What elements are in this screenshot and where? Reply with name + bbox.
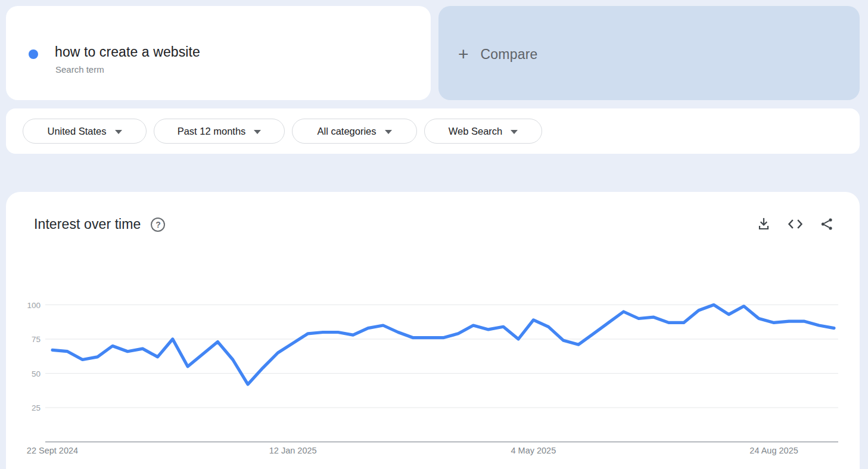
trend-line [52, 305, 834, 384]
filter-bar: United States Past 12 months All categor… [6, 108, 860, 154]
interest-over-time-chart: 25507510022 Sept 202412 Jan 20254 May 20… [6, 192, 860, 469]
chevron-down-icon [115, 130, 122, 134]
chevron-down-icon [511, 130, 518, 134]
time-range-filter-label: Past 12 months [178, 126, 246, 137]
region-filter-label: United States [47, 126, 106, 137]
term-type-label: Search term [55, 64, 104, 74]
y-axis-tick-label: 100 [27, 301, 41, 310]
time-range-filter-dropdown[interactable]: Past 12 months [154, 119, 285, 144]
y-axis-tick-label: 50 [32, 369, 41, 378]
compare-label: Compare [481, 46, 538, 63]
top-row: how to create a website Search term + Co… [6, 6, 860, 100]
y-axis-tick-label: 75 [32, 335, 41, 344]
y-axis-tick-label: 25 [32, 403, 41, 412]
term-title: how to create a website [55, 44, 200, 60]
search-type-filter-label: Web Search [449, 126, 503, 137]
plus-icon: + [458, 45, 469, 63]
chevron-down-icon [254, 130, 261, 134]
compare-card[interactable]: + Compare [438, 6, 860, 100]
interest-over-time-card: Interest over time ? 25507510022 [6, 192, 860, 469]
chevron-down-icon [385, 130, 392, 134]
x-axis-tick-label: 12 Jan 2025 [269, 446, 317, 455]
category-filter-dropdown[interactable]: All categories [292, 119, 417, 144]
x-axis-tick-label: 24 Aug 2025 [749, 446, 798, 455]
x-axis-tick-label: 22 Sept 2024 [27, 446, 78, 455]
x-axis-tick-label: 4 May 2025 [511, 446, 556, 455]
search-type-filter-dropdown[interactable]: Web Search [424, 119, 542, 144]
search-term-card[interactable]: how to create a website Search term [6, 6, 431, 100]
region-filter-dropdown[interactable]: United States [23, 119, 147, 144]
term-color-dot [29, 49, 38, 59]
category-filter-label: All categories [317, 126, 376, 137]
